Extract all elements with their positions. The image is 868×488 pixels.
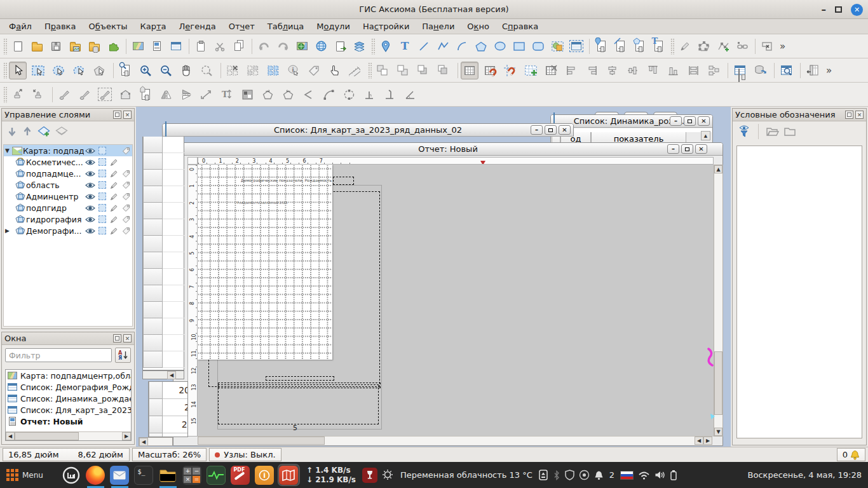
align-center-vertical-button[interactable]	[623, 62, 641, 79]
add-polyline-button[interactable]	[434, 37, 452, 55]
selectable-checkbox[interactable]	[96, 204, 108, 212]
snap-mode-button[interactable]	[733, 37, 751, 55]
labels-tag-icon[interactable]	[120, 147, 132, 155]
report-horizontal-scrollbar[interactable]: ◀▶	[198, 436, 712, 445]
selectable-checkbox[interactable]	[96, 215, 108, 223]
report-title-text[interactable]: Демографические показатели. Рождаемость …	[241, 178, 332, 182]
select-ellipse-button[interactable]	[50, 62, 67, 79]
list2-maximize-button[interactable]	[545, 125, 557, 135]
move-layer-up-button[interactable]	[22, 126, 32, 137]
zoom-selection-button[interactable]	[198, 62, 215, 79]
editable-pencil-icon[interactable]	[108, 227, 120, 235]
menu-map[interactable]: Карта	[134, 20, 173, 32]
clock[interactable]: Воскресенье, 4 мая, 19:28	[748, 470, 862, 480]
table-cell[interactable]: 2	[163, 399, 188, 416]
add-guides-button[interactable]	[522, 62, 539, 79]
paste-button[interactable]	[192, 37, 210, 55]
menu-file[interactable]: Файл	[3, 20, 38, 32]
legend-panel-float-button[interactable]	[845, 111, 853, 119]
battery-icon[interactable]	[670, 470, 677, 480]
layer-row[interactable]: ▼Карта: подпадмц...	[4, 145, 132, 156]
layer-row[interactable]: подпгидр	[4, 202, 132, 214]
edit-nodes-button[interactable]	[695, 37, 713, 55]
select-all-button[interactable]	[264, 62, 282, 79]
orthogonal-mode-button[interactable]	[360, 86, 378, 104]
rotate-right-button[interactable]	[279, 86, 297, 104]
zoom-in-button[interactable]	[137, 62, 154, 79]
select-button[interactable]	[9, 62, 27, 79]
menu-panels[interactable]: Панели	[416, 20, 461, 32]
labels-tag-icon[interactable]	[120, 193, 132, 201]
align-center-horizontal-button[interactable]	[603, 62, 621, 79]
table-settings-button[interactable]	[731, 62, 749, 79]
apply-style-selection-button[interactable]	[96, 86, 114, 104]
visibility-eye-icon[interactable]	[84, 182, 96, 189]
windows-list-scrollbar[interactable]: ◀▶	[6, 431, 131, 440]
new-document-button[interactable]	[9, 37, 27, 55]
windows-panel-close-button[interactable]: ✕	[123, 334, 132, 342]
window-list2-titlebar[interactable]: Список: Для_карт_за_2023_ряд_данных_02 –…	[162, 123, 574, 137]
send-backward-button[interactable]	[435, 62, 452, 79]
taskbar-app-mint[interactable]	[61, 464, 82, 485]
visibility-eye-icon[interactable]	[84, 205, 96, 212]
send-to-back-button[interactable]	[394, 62, 412, 79]
refresh-data-button[interactable]	[751, 62, 769, 79]
info-tool-button[interactable]: i	[285, 62, 302, 79]
snap-to-guides-button[interactable]	[501, 62, 519, 79]
copy-style-button[interactable]	[9, 86, 27, 104]
editable-pencil-icon[interactable]	[108, 215, 120, 224]
toolbar-overflow-button[interactable]: »	[780, 41, 785, 52]
table-cell[interactable]: 2,	[163, 416, 188, 433]
window-list-item[interactable]: Карта: подпадмцентр,облас	[6, 370, 131, 381]
bluetooth-icon[interactable]	[553, 470, 560, 480]
report-subtitle-text[interactable]: Рождаемость населения 2023	[237, 201, 287, 205]
menu-modules[interactable]: Модули	[310, 20, 356, 32]
layer-row[interactable]: ▶ Демографи...	[4, 225, 132, 236]
angle-measure-button[interactable]	[401, 86, 419, 104]
data-catalog-button[interactable]	[350, 37, 368, 55]
window-list-item[interactable]: Список: Демография_Рожд.	[6, 381, 131, 393]
hotlink-tool-button[interactable]	[325, 62, 343, 79]
pan-button[interactable]	[177, 62, 195, 79]
filter-input[interactable]	[5, 348, 112, 362]
rotate-grid-button[interactable]	[542, 62, 560, 79]
volume-icon[interactable]	[654, 470, 665, 480]
save-button[interactable]	[47, 37, 65, 55]
list2-minimize-button[interactable]: –	[531, 125, 543, 135]
distribute-horizontal-button[interactable]	[684, 62, 702, 79]
copy-button[interactable]	[230, 37, 248, 55]
notification-box[interactable]: 0	[837, 448, 865, 461]
undo-button[interactable]	[255, 37, 273, 55]
smooth-line-button[interactable]	[320, 86, 337, 104]
layer-row[interactable]: гидрография	[4, 214, 132, 225]
notify-count[interactable]: 2	[609, 470, 614, 480]
report-vertical-scrollbar[interactable]: ▲ ▼	[714, 165, 723, 437]
maximize-button[interactable]	[835, 6, 842, 13]
mirror-vertical-button[interactable]	[177, 86, 195, 104]
selection-frame-bar[interactable]	[266, 376, 334, 381]
expander-icon[interactable]: ▼	[4, 147, 11, 154]
layer-row[interactable]: подпадмце...	[4, 168, 132, 179]
region-properties-button[interactable]	[137, 86, 154, 104]
text-style-button[interactable]: T	[649, 37, 667, 55]
close-button[interactable]: ✕	[851, 4, 863, 16]
angle-mode-button[interactable]	[299, 86, 317, 104]
visibility-eye-icon[interactable]	[84, 227, 96, 234]
autotrace-button[interactable]	[758, 37, 776, 55]
georeferencing-button[interactable]	[293, 37, 311, 55]
unsmooth-line-button[interactable]	[340, 86, 358, 104]
menu-table[interactable]: Таблица	[261, 20, 311, 32]
add-node-button[interactable]	[714, 37, 732, 55]
open-map-button[interactable]	[66, 37, 84, 55]
add-rectangle-button[interactable]	[510, 37, 528, 55]
toolbar-overflow-button[interactable]: »	[826, 65, 832, 76]
new-report-button[interactable]	[148, 37, 166, 55]
perpendicular-mode-button[interactable]	[381, 86, 398, 104]
add-ellipse-button[interactable]	[491, 37, 509, 55]
paste-style-button[interactable]	[29, 86, 47, 104]
reshape-region-button[interactable]	[116, 86, 134, 104]
measure-tool-button[interactable]	[346, 62, 363, 79]
web-maps-button[interactable]	[312, 37, 330, 55]
open-database-button[interactable]	[85, 37, 103, 55]
editable-pencil-icon[interactable]	[108, 204, 120, 212]
